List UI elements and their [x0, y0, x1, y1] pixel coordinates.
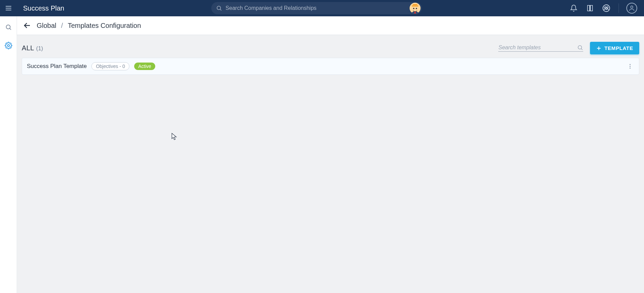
objectives-badge: Objectives - 0	[91, 62, 129, 70]
status-badge: Active	[134, 63, 155, 70]
navbar-right	[569, 3, 640, 14]
template-row[interactable]: Success Plan Template Objectives - 0 Act…	[22, 58, 639, 75]
bell-icon	[570, 4, 577, 12]
main-area: Global / Templates Configuration ALL (1)	[17, 16, 644, 293]
book-icon	[586, 4, 594, 12]
content-header-right: TEMPLATE	[498, 42, 639, 54]
breadcrumb-root[interactable]: Global	[37, 22, 56, 30]
svg-line-17	[10, 29, 11, 30]
svg-point-16	[6, 25, 10, 29]
svg-point-13	[605, 7, 606, 8]
content-header: ALL (1)	[22, 40, 639, 58]
svg-point-9	[416, 8, 417, 9]
hamburger-icon	[5, 4, 12, 12]
template-search-input[interactable]	[498, 45, 574, 51]
section-label: ALL	[22, 44, 34, 52]
template-name: Success Plan Template	[27, 63, 87, 70]
search-icon	[5, 24, 12, 31]
svg-point-26	[630, 68, 631, 69]
app-shell: Global / Templates Configuration ALL (1)	[0, 16, 644, 293]
svg-point-25	[630, 66, 631, 67]
svg-line-4	[220, 9, 221, 10]
search-icon	[216, 5, 222, 11]
user-icon	[628, 5, 635, 12]
back-button[interactable]	[22, 21, 32, 30]
top-navbar: Success Plan	[0, 0, 644, 16]
people-icon	[602, 4, 610, 12]
plus-icon	[596, 46, 602, 51]
svg-point-14	[607, 7, 608, 8]
svg-point-24	[630, 64, 631, 65]
svg-point-18	[7, 45, 10, 47]
svg-point-12	[603, 5, 610, 12]
navbar-center	[68, 2, 565, 14]
svg-point-8	[413, 8, 414, 9]
section-count: (1)	[36, 46, 43, 52]
gear-icon	[5, 42, 12, 49]
template-search[interactable]	[498, 45, 583, 52]
svg-point-3	[217, 6, 221, 10]
cursor-icon	[172, 133, 177, 140]
rail-search-button[interactable]	[2, 21, 15, 33]
add-template-button[interactable]: TEMPLATE	[590, 42, 639, 54]
hamburger-menu-button[interactable]	[0, 0, 17, 16]
kebab-icon	[627, 63, 633, 69]
user-menu-button[interactable]	[626, 3, 637, 14]
assistant-avatar-icon	[410, 3, 421, 14]
row-actions-button[interactable]	[626, 62, 634, 70]
notifications-button[interactable]	[569, 3, 578, 13]
app-title: Success Plan	[23, 4, 64, 12]
template-list: Success Plan Template Objectives - 0 Act…	[22, 58, 639, 75]
svg-rect-7	[413, 4, 417, 5]
rail-settings-button[interactable]	[2, 39, 15, 52]
content-area: ALL (1)	[17, 35, 644, 293]
people-button[interactable]	[602, 3, 611, 13]
arrow-left-icon	[23, 21, 31, 30]
side-rail	[0, 16, 17, 293]
svg-point-15	[631, 6, 633, 8]
assistant-avatar[interactable]	[410, 3, 421, 14]
svg-point-20	[578, 46, 582, 49]
breadcrumb-current: Templates Configuration	[68, 22, 141, 30]
section-title: ALL (1)	[22, 44, 43, 52]
docs-button[interactable]	[585, 3, 595, 13]
global-search-input[interactable]	[226, 5, 417, 11]
search-icon	[577, 45, 583, 51]
nav-divider	[619, 3, 619, 13]
svg-line-21	[582, 49, 583, 50]
add-template-label: TEMPLATE	[604, 45, 633, 51]
breadcrumb-separator: /	[61, 22, 63, 30]
global-search[interactable]	[211, 2, 422, 14]
breadcrumb-bar: Global / Templates Configuration	[17, 16, 644, 35]
